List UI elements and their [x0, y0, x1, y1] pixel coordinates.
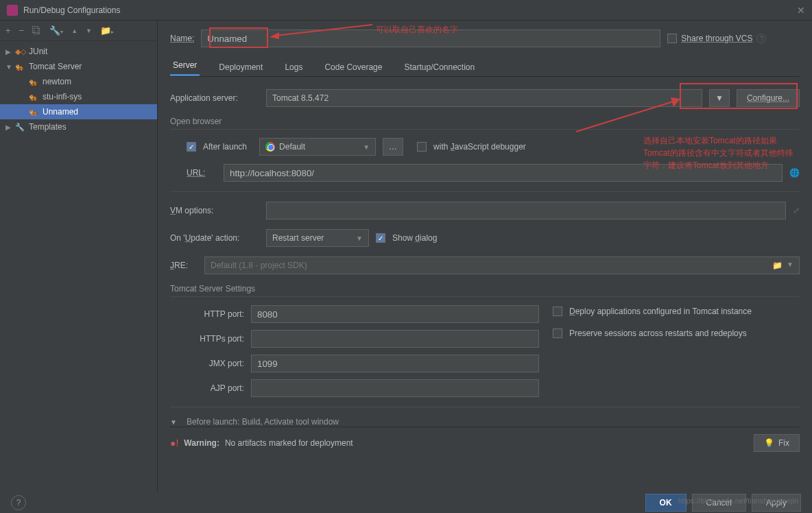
- chrome-icon: [265, 142, 275, 152]
- configure-button[interactable]: Configure...: [737, 89, 800, 107]
- tab-deployment[interactable]: Deployment: [216, 58, 265, 76]
- tree-newtom[interactable]: 🐅 newtom: [0, 74, 157, 89]
- app-icon: [7, 5, 18, 16]
- open-browser-label: Open browser: [170, 117, 800, 126]
- http-port-input[interactable]: [251, 305, 539, 323]
- show-dialog-checkbox[interactable]: ✓: [376, 233, 385, 243]
- tabs: Server Deployment Logs Code Coverage Sta…: [170, 56, 800, 77]
- content-panel: Name: Share through VCS ? Server Deploym…: [158, 21, 812, 492]
- jre-select[interactable]: Default (1.8 - project SDK) 📁▼: [204, 256, 800, 274]
- browser-select[interactable]: Default ▼: [259, 138, 376, 156]
- tab-server[interactable]: Server: [170, 56, 200, 76]
- folder-icon[interactable]: 📁▸: [100, 25, 114, 36]
- js-debugger-checkbox[interactable]: [417, 142, 427, 152]
- vm-options-input[interactable]: [266, 202, 786, 219]
- help-button[interactable]: ?: [11, 495, 26, 510]
- app-server-select[interactable]: Tomcat 8.5.472: [266, 89, 702, 107]
- sidebar: + − ⿻ 🔧▾ ▲ ▼ 📁▸ ▶◆◇ JUnit ▼🐅 Tomcat Serv…: [0, 21, 158, 492]
- on-update-label: On 'Update' action:: [170, 233, 259, 243]
- share-checkbox[interactable]: [667, 34, 677, 43]
- tomcat-settings-label: Tomcat Server Settings: [170, 284, 800, 294]
- add-icon[interactable]: +: [5, 25, 11, 36]
- https-port-input[interactable]: [251, 330, 539, 348]
- down-icon[interactable]: ▼: [86, 27, 92, 34]
- warning-text: No artifacts marked for deployment: [225, 438, 748, 448]
- url-input[interactable]: [224, 164, 783, 182]
- browse-url-icon[interactable]: 🌐: [789, 168, 800, 178]
- name-label: Name:: [170, 34, 194, 43]
- tab-startup[interactable]: Startup/Connection: [401, 58, 477, 76]
- show-dialog-label: Show dialog: [392, 233, 437, 243]
- close-icon[interactable]: ✕: [797, 5, 805, 16]
- app-server-dropdown[interactable]: ▼: [709, 89, 730, 107]
- https-port-label: HTTPs port:: [187, 334, 244, 344]
- up-icon[interactable]: ▲: [71, 27, 77, 34]
- browser-more-button[interactable]: …: [383, 138, 403, 156]
- tab-logs[interactable]: Logs: [282, 58, 305, 76]
- config-tree: ▶◆◇ JUnit ▼🐅 Tomcat Server 🐅 newtom 🐅 st…: [0, 41, 157, 492]
- deploy-apps-label: Deploy applications configured in Tomcat…: [569, 307, 752, 316]
- warning-label: Warning:: [184, 438, 219, 448]
- before-launch-label: Before launch: Build, Activate tool wind…: [187, 417, 339, 427]
- expand-icon[interactable]: ⤢: [793, 206, 800, 215]
- jre-label: JRE:: [170, 261, 198, 270]
- js-debugger-label: with JavaScript debugger: [433, 142, 526, 152]
- share-through-vcs[interactable]: Share through VCS ?: [667, 34, 766, 43]
- preserve-sessions-checkbox[interactable]: [553, 329, 562, 338]
- after-launch-label: After launch: [203, 142, 247, 152]
- url-label: URL:: [187, 168, 217, 178]
- deploy-apps-checkbox[interactable]: [553, 307, 562, 316]
- ajp-port-input[interactable]: [251, 379, 539, 397]
- chevron-down-icon[interactable]: ▼: [170, 418, 177, 426]
- tree-unnamed[interactable]: 🐅 Unnamed: [0, 104, 157, 119]
- warning-bar: ●! Warning: No artifacts marked for depl…: [170, 427, 800, 459]
- help-icon[interactable]: ?: [756, 34, 766, 43]
- vm-options-label: VM options:: [170, 206, 259, 215]
- on-update-select[interactable]: Restart server▼: [266, 229, 369, 247]
- titlebar: Run/Debug Configurations ✕: [0, 0, 812, 21]
- tab-coverage[interactable]: Code Coverage: [322, 58, 385, 76]
- tree-templates[interactable]: ▶🔧 Templates: [0, 119, 157, 134]
- preserve-sessions-label: Preserve sessions across restarts and re…: [569, 329, 747, 338]
- jmx-port-label: JMX port:: [187, 359, 244, 368]
- tree-stu-infi-sys[interactable]: 🐅 stu-infi-sys: [0, 89, 157, 104]
- tree-junit[interactable]: ▶◆◇ JUnit: [0, 44, 157, 59]
- app-server-label: Application server:: [170, 93, 259, 103]
- ajp-port-label: AJP port:: [187, 383, 244, 393]
- name-input[interactable]: [201, 29, 660, 47]
- remove-icon[interactable]: −: [19, 25, 25, 36]
- copy-icon[interactable]: ⿻: [32, 25, 41, 36]
- watermark: https://blog.csdn.net/tianshangyuqin: [678, 497, 798, 505]
- warning-icon: ●!: [170, 438, 178, 449]
- window-title: Run/Debug Configurations: [23, 5, 797, 15]
- tree-tomcat-server[interactable]: ▼🐅 Tomcat Server: [0, 59, 157, 74]
- jmx-port-input[interactable]: [251, 355, 539, 372]
- http-port-label: HTTP port:: [187, 309, 244, 319]
- after-launch-checkbox[interactable]: ✓: [187, 142, 196, 152]
- fix-button[interactable]: 💡Fix: [754, 434, 800, 452]
- sidebar-toolbar: + − ⿻ 🔧▾ ▲ ▼ 📁▸: [0, 21, 157, 41]
- wrench-icon[interactable]: 🔧▾: [49, 25, 63, 36]
